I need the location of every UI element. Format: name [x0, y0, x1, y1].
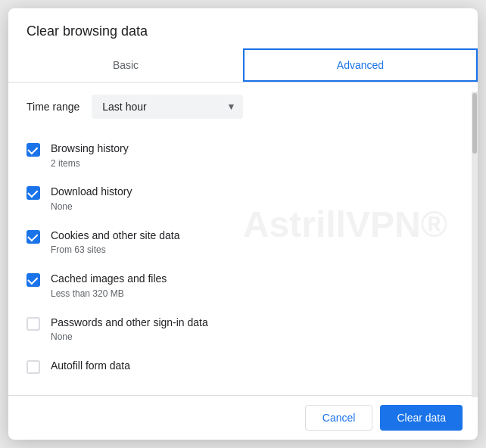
- checkbox-autofill[interactable]: [26, 360, 40, 374]
- list-item: Cached images and files Less than 320 MB: [26, 264, 460, 307]
- list-item: Browsing history 2 items: [26, 134, 460, 177]
- item-title: Download history: [51, 185, 132, 200]
- item-subtitle: From 63 sites: [51, 244, 179, 257]
- clear-data-button[interactable]: Clear data: [380, 405, 463, 431]
- tab-basic[interactable]: Basic: [8, 48, 243, 82]
- list-item: Autofill form data: [26, 351, 460, 377]
- checkbox-cookies[interactable]: [26, 230, 40, 244]
- checkbox-passwords[interactable]: [26, 317, 40, 331]
- time-range-row: Time range Last hour Last 24 hours Last …: [26, 95, 460, 119]
- item-title: Cookies and other site data: [51, 229, 179, 244]
- scrollbar-thumb[interactable]: [472, 93, 477, 154]
- item-title: Cached images and files: [51, 272, 167, 287]
- cancel-button[interactable]: Cancel: [305, 405, 373, 431]
- list-item: Cookies and other site data From 63 site…: [26, 221, 460, 264]
- time-range-label: Time range: [26, 101, 79, 113]
- item-subtitle: None: [51, 331, 208, 344]
- checkbox-cached-images[interactable]: [26, 273, 40, 287]
- tab-advanced[interactable]: Advanced: [243, 48, 478, 82]
- scrollbar[interactable]: [472, 92, 478, 397]
- list-item: Passwords and other sign-in data None: [26, 308, 460, 351]
- checkbox-download-history[interactable]: [26, 186, 40, 200]
- item-title: Autofill form data: [51, 359, 130, 374]
- list-item: Download history None: [26, 177, 460, 220]
- item-subtitle: 2 items: [51, 157, 129, 170]
- dialog-content: Time range Last hour Last 24 hours Last …: [8, 82, 478, 395]
- tabs-bar: Basic Advanced: [8, 48, 478, 82]
- time-range-select-wrapper[interactable]: Last hour Last 24 hours Last 7 days Last…: [92, 95, 243, 119]
- item-title: Browsing history: [51, 142, 129, 157]
- time-range-select[interactable]: Last hour Last 24 hours Last 7 days Last…: [92, 95, 243, 119]
- dialog-title: Clear browsing data: [8, 8, 478, 48]
- item-subtitle: Less than 320 MB: [51, 288, 167, 300]
- dialog-footer: Cancel Clear data: [8, 395, 478, 440]
- item-subtitle: None: [51, 201, 132, 213]
- item-title: Passwords and other sign-in data: [51, 316, 208, 331]
- checkbox-browsing-history[interactable]: [26, 143, 40, 157]
- clear-browsing-data-dialog: Clear browsing data Basic Advanced Time …: [8, 8, 478, 440]
